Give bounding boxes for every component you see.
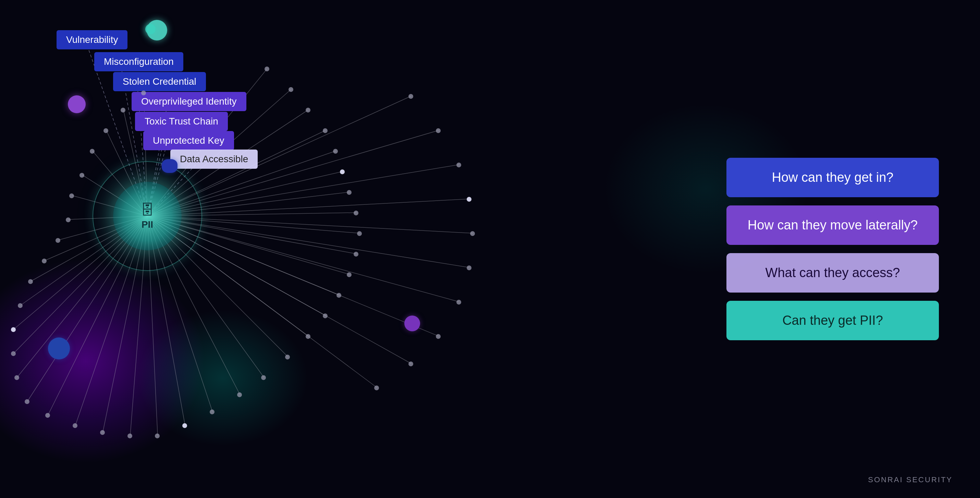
dot-node bbox=[103, 128, 108, 133]
blue-node-bottom-left bbox=[48, 337, 70, 359]
dot-node bbox=[354, 252, 358, 257]
medium-purple-node-right bbox=[404, 316, 420, 331]
dot-node bbox=[18, 303, 22, 308]
dot-node bbox=[237, 393, 242, 397]
how-get-in-button[interactable]: How can they get in? bbox=[726, 158, 939, 197]
label-misconfiguration: Misconfiguration bbox=[94, 52, 183, 71]
label-data-accessible: Data Accessible bbox=[170, 150, 258, 169]
dot-node bbox=[470, 231, 475, 236]
pii-label: PII bbox=[142, 219, 153, 230]
dot-node bbox=[336, 293, 341, 298]
right-panel: How can they get in? How can they move l… bbox=[726, 158, 939, 340]
label-overprivileged-identity: Overprivileged Identity bbox=[132, 92, 247, 111]
dot-node bbox=[210, 410, 215, 414]
dot-node bbox=[182, 423, 187, 428]
dot-node bbox=[333, 149, 338, 154]
label-vulnerability: Vulnerability bbox=[57, 30, 127, 49]
dot-node bbox=[467, 265, 471, 270]
dot-node bbox=[80, 173, 84, 178]
dot-node bbox=[323, 313, 328, 318]
pii-central-node: 🗄 PII bbox=[113, 182, 181, 251]
dot-node bbox=[127, 434, 132, 438]
what-access-button[interactable]: What can they access? bbox=[726, 253, 939, 292]
can-get-pii-button[interactable]: Can they get PII? bbox=[726, 301, 939, 340]
pii-database-icon: 🗄 bbox=[140, 202, 154, 218]
dot-node bbox=[357, 231, 362, 236]
label-unprotected-key: Unprotected Key bbox=[143, 131, 234, 150]
dot-node bbox=[155, 434, 160, 438]
dot-node bbox=[141, 91, 146, 95]
dot-node bbox=[467, 197, 471, 202]
large-purple-node bbox=[68, 95, 86, 113]
dot-node bbox=[28, 279, 33, 284]
dot-node bbox=[409, 361, 413, 366]
label-stolen-credential: Stolen Credential bbox=[113, 72, 206, 91]
dot-node bbox=[25, 399, 29, 404]
dot-node bbox=[100, 430, 105, 435]
branding-text: SONRAI SECURITY bbox=[868, 476, 953, 484]
dot-node bbox=[73, 423, 78, 428]
how-move-laterally-button[interactable]: How can they move laterally? bbox=[726, 206, 939, 245]
dot-node bbox=[285, 354, 290, 359]
dot-node bbox=[340, 169, 345, 174]
dot-node bbox=[264, 67, 269, 71]
dot-node bbox=[347, 190, 352, 195]
dark-blue-node bbox=[162, 159, 178, 173]
dot-node bbox=[305, 108, 310, 112]
dot-node bbox=[14, 375, 19, 380]
dot-node bbox=[457, 163, 461, 168]
network-area: .line-normal { stroke: rgba(160,160,170,… bbox=[0, 0, 617, 498]
dot-node bbox=[374, 386, 379, 390]
dot-node bbox=[457, 300, 461, 305]
teal-glow-node bbox=[145, 24, 156, 34]
dot-node bbox=[354, 211, 358, 215]
dot-node bbox=[42, 259, 46, 263]
dot-node bbox=[323, 128, 328, 133]
dot-node bbox=[121, 108, 126, 112]
dot-node bbox=[11, 351, 16, 356]
dot-node bbox=[288, 87, 293, 92]
dot-node bbox=[11, 327, 16, 332]
dot-node bbox=[436, 128, 441, 133]
dot-node bbox=[90, 149, 95, 154]
dot-node bbox=[305, 334, 310, 339]
network-lines: .line-normal { stroke: rgba(160,160,170,… bbox=[0, 0, 617, 498]
dot-node bbox=[69, 193, 74, 198]
dot-node bbox=[66, 217, 71, 222]
dot-node bbox=[261, 375, 266, 380]
dot-node bbox=[436, 334, 441, 339]
dot-node bbox=[56, 238, 60, 243]
label-toxic-trust-chain: Toxic Trust Chain bbox=[135, 112, 228, 131]
dot-node bbox=[409, 94, 413, 99]
dot-node bbox=[45, 413, 50, 418]
dot-node bbox=[347, 272, 352, 277]
